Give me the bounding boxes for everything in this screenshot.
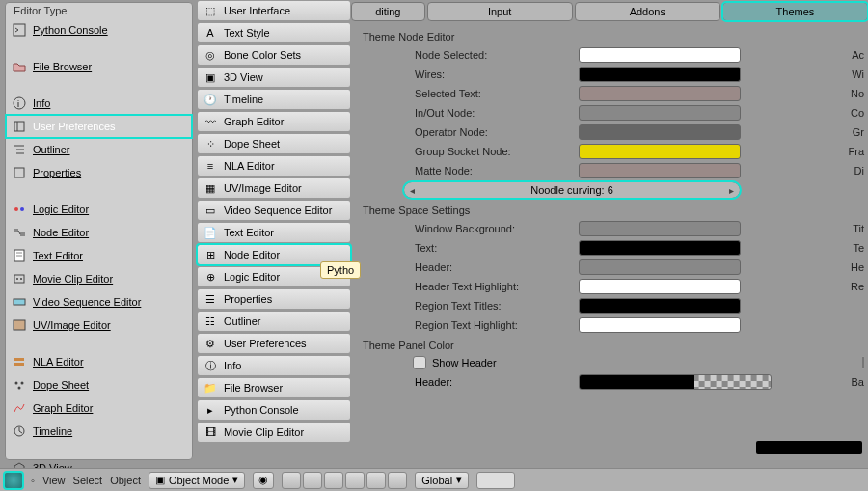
theme-category-outliner[interactable]: ☷Outliner — [197, 311, 351, 332]
tab-input[interactable]: Input — [427, 2, 573, 21]
svg-point-1 — [14, 97, 25, 109]
svg-rect-21 — [14, 320, 25, 330]
menu-item-dope-sheet[interactable]: Dope Sheet — [6, 373, 192, 396]
menu-item-info[interactable]: i Info — [6, 92, 192, 115]
menu-select[interactable]: Select — [73, 475, 103, 486]
orientation-label: Global — [421, 475, 452, 486]
tab-addons[interactable]: Addons — [575, 2, 720, 21]
text-icon — [12, 248, 27, 263]
theme-category-text-editor[interactable]: 📄Text Editor — [197, 222, 351, 243]
properties-icon — [12, 165, 27, 180]
theme-category-user-interface[interactable]: ⬚User Interface — [197, 0, 351, 21]
menu-item-python-console[interactable]: Python Console — [6, 18, 192, 41]
color-swatch[interactable] — [579, 105, 741, 121]
svg-line-29 — [19, 431, 22, 433]
theme-category-python-console[interactable]: ▸Python Console — [197, 399, 351, 421]
svg-rect-12 — [20, 232, 25, 236]
menu-item-label: Timeline — [33, 425, 72, 437]
theme-category-bone-colors[interactable]: ◎Bone Color Sets — [197, 44, 351, 66]
theme-category-file-browser[interactable]: 📁File Browser — [197, 377, 351, 398]
tab-themes[interactable]: Themes — [722, 2, 868, 21]
menu-item-logic-editor[interactable]: Logic Editor — [6, 198, 192, 221]
theme-category-nla[interactable]: ≡NLA Editor — [197, 155, 351, 177]
prop-label: In/Out Node: — [357, 107, 579, 119]
sequence-icon: ▭ — [203, 203, 218, 218]
proportional-icon[interactable] — [388, 472, 407, 489]
color-swatch[interactable] — [579, 124, 741, 140]
prop-region-hl: Region Text Highlight: — [357, 315, 868, 334]
manipulator-icon[interactable] — [345, 472, 365, 489]
panel-header-row: Header: Ba — [357, 372, 868, 391]
color-swatch-alpha[interactable] — [579, 374, 772, 390]
color-swatch[interactable] — [579, 259, 741, 275]
menu-item-video-sequence[interactable]: Video Sequence Editor — [6, 290, 192, 314]
folder-icon: 📁 — [203, 380, 218, 396]
theme-category-text-style[interactable]: AText Style — [197, 22, 351, 43]
ui-icon: ⬚ — [203, 3, 218, 18]
color-swatch[interactable] — [579, 279, 741, 294]
checkbox[interactable] — [862, 356, 864, 369]
theme-category-movie-clip[interactable]: 🎞Movie Clip Editor — [197, 422, 351, 443]
section-theme-node-editor: Theme Node Editor — [357, 29, 868, 44]
layers-icon[interactable] — [303, 472, 322, 489]
interaction-mode-dropdown[interactable]: ▣ Object Mode ▾ — [149, 472, 245, 489]
prop-text: Text: Te — [357, 238, 868, 257]
menu-item-text-editor[interactable]: Text Editor — [6, 244, 192, 267]
color-swatch[interactable] — [579, 86, 741, 101]
svg-rect-20 — [14, 299, 25, 305]
toolbar-group — [282, 472, 407, 489]
menu-item-nla[interactable]: NLA Editor — [6, 350, 192, 373]
menu-item-file-browser[interactable]: File Browser — [6, 55, 192, 78]
folder-icon — [12, 59, 27, 74]
theme-category-dope[interactable]: ⁘Dope Sheet — [197, 133, 351, 154]
menu-item-user-preferences[interactable]: User Preferences — [6, 115, 192, 138]
color-swatch[interactable] — [579, 47, 741, 63]
status-circle-icon[interactable]: ◦ — [31, 475, 35, 486]
svg-point-25 — [21, 382, 24, 385]
transform-orientation-dropdown[interactable]: Global ▾ — [415, 472, 469, 489]
theme-category-timeline[interactable]: 🕐Timeline — [197, 89, 351, 110]
menu-item-outliner[interactable]: Outliner — [6, 138, 192, 161]
tab-editing[interactable]: diting — [351, 2, 425, 21]
bottom-dark-bar — [756, 441, 862, 454]
editor-type-menu[interactable]: Editor Type Python Console File Browser … — [5, 2, 193, 460]
color-swatch[interactable] — [579, 67, 741, 82]
noodle-curving-slider[interactable]: Noodle curving: 6 — [403, 181, 741, 199]
menu-item-label: Node Editor — [33, 227, 89, 238]
prop-node-selected: Node Selected: Ac — [357, 45, 868, 64]
theme-category-userprefs[interactable]: ⚙User Preferences — [197, 333, 351, 354]
menu-object[interactable]: Object — [110, 475, 141, 486]
shading-dropdown[interactable]: ◉ — [253, 472, 274, 489]
layer-grid[interactable] — [476, 472, 515, 489]
color-swatch[interactable] — [579, 221, 741, 236]
menu-item-uv-image[interactable]: UV/Image Editor — [6, 314, 192, 337]
editor-type-icon-button[interactable] — [4, 472, 23, 489]
menu-item-label: Properties — [33, 167, 81, 178]
theme-category-info[interactable]: ⓘInfo — [197, 355, 351, 376]
show-header-checkbox[interactable] — [413, 356, 426, 369]
snap-icon[interactable] — [366, 472, 386, 489]
menu-item-label: Movie Clip Editor — [33, 273, 113, 285]
color-swatch[interactable] — [579, 298, 741, 314]
pivot-icon[interactable] — [282, 472, 301, 489]
color-swatch[interactable] — [579, 163, 741, 178]
menu-item-timeline[interactable]: Timeline — [6, 420, 192, 443]
menu-item-graph[interactable]: Graph Editor — [6, 396, 192, 420]
theme-category-vse[interactable]: ▭Video Sequence Editor — [197, 200, 351, 221]
theme-category-properties[interactable]: ☰Properties — [197, 288, 351, 310]
color-swatch[interactable] — [579, 240, 741, 256]
color-swatch[interactable] — [579, 144, 741, 159]
theme-category-3dview[interactable]: ▣3D View — [197, 67, 351, 88]
truncated-label: Tit — [853, 223, 864, 234]
color-swatch[interactable] — [579, 317, 741, 333]
prop-label: Window Background: — [357, 223, 579, 234]
info-icon: ⓘ — [203, 358, 218, 373]
menu-item-properties[interactable]: Properties — [6, 161, 192, 184]
editor-type-header: Editor Type — [6, 3, 192, 18]
theme-category-graph[interactable]: 〰Graph Editor — [197, 111, 351, 132]
widget-icon[interactable] — [324, 472, 343, 489]
theme-category-uvimage[interactable]: ▦UV/Image Editor — [197, 177, 351, 199]
menu-item-node-editor[interactable]: Node Editor — [6, 221, 192, 244]
menu-item-movie-clip[interactable]: Movie Clip Editor — [6, 267, 192, 290]
menu-view[interactable]: View — [42, 475, 66, 486]
